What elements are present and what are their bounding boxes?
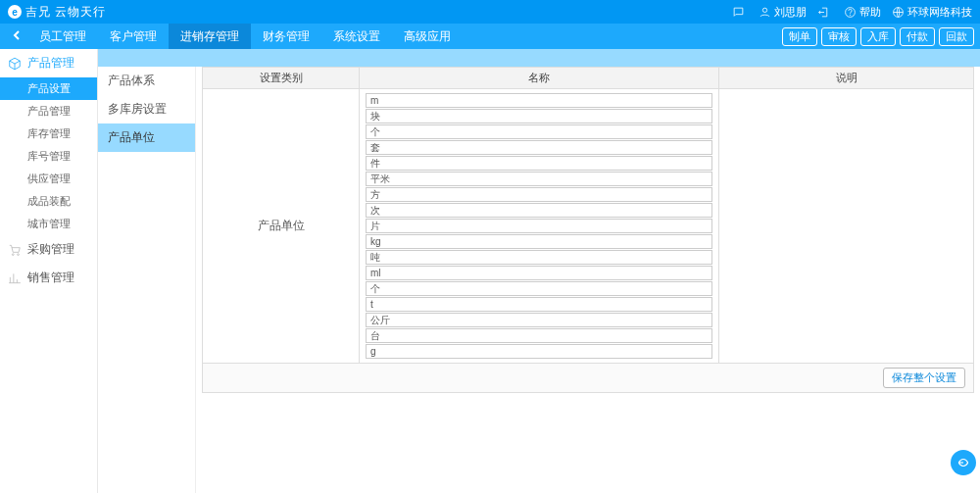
- settings-table: 设置类别 名称 说明 产品单位: [202, 67, 974, 364]
- app-header: e 吉兄 云物天行 刘思朋 帮助 环球网络科技: [0, 0, 980, 24]
- col-header-name: 名称: [360, 68, 719, 89]
- col-header-desc: 说明: [719, 68, 974, 89]
- unit-input-10[interactable]: [366, 250, 712, 265]
- subside-item-2[interactable]: 产品单位: [98, 123, 195, 152]
- company-label: 环球网络科技: [907, 5, 972, 20]
- sidebar-sub-0-0[interactable]: 产品设置: [0, 77, 97, 100]
- unit-input-9[interactable]: [366, 234, 712, 249]
- nav-pill-4[interactable]: 回款: [939, 27, 974, 46]
- unit-input-0[interactable]: [366, 93, 712, 108]
- main-nav: 员工管理客户管理进销存管理财务管理系统设置高级应用 制单审核入库付款回款: [0, 24, 980, 49]
- subside-item-0[interactable]: 产品体系: [98, 67, 195, 95]
- nav-pill-1[interactable]: 审核: [821, 27, 857, 46]
- unit-input-5[interactable]: [366, 172, 712, 186]
- unit-input-1[interactable]: [366, 109, 712, 123]
- nav-back-button[interactable]: [6, 29, 27, 43]
- user-menu[interactable]: 刘思朋: [758, 5, 807, 20]
- subside-item-1[interactable]: 多库房设置: [98, 95, 195, 123]
- nav-tab-3[interactable]: 财务管理: [251, 24, 321, 49]
- sidebar-sub-0-2[interactable]: 库存管理: [0, 123, 97, 145]
- help-label: 帮助: [859, 5, 881, 20]
- sidebar-group-label: 产品管理: [27, 55, 74, 72]
- svg-point-0: [762, 8, 766, 12]
- help-icon: [843, 5, 857, 19]
- float-action-button[interactable]: [951, 450, 976, 475]
- main-panel: 设置类别 名称 说明 产品单位 保存整个设置: [196, 67, 980, 493]
- col-header-category: 设置类别: [203, 68, 360, 89]
- unit-input-2[interactable]: [366, 124, 712, 139]
- nav-tab-4[interactable]: 系统设置: [321, 24, 392, 49]
- unit-input-3[interactable]: [366, 140, 712, 155]
- sidebar-group-0[interactable]: 产品管理: [0, 49, 97, 77]
- content-area: 产品体系多库房设置产品单位 设置类别 名称 说明 产品单位: [98, 49, 980, 493]
- nav-pill-3[interactable]: 付款: [900, 27, 935, 46]
- sidebar-sub-0-6[interactable]: 城市管理: [0, 213, 97, 235]
- content-accent-bar: [98, 49, 980, 67]
- app-logo-icon: e: [8, 5, 22, 19]
- cube-icon: [8, 57, 22, 71]
- unit-input-12[interactable]: [366, 281, 712, 296]
- logout-icon: [816, 5, 830, 19]
- cart-icon: [8, 243, 22, 257]
- unit-input-14[interactable]: [366, 313, 712, 327]
- sidebar-group-label: 销售管理: [27, 270, 74, 286]
- nav-tab-2[interactable]: 进销存管理: [169, 24, 251, 49]
- unit-input-15[interactable]: [366, 328, 712, 343]
- help-button[interactable]: 帮助: [843, 5, 881, 20]
- sidebar-sub-0-1[interactable]: 产品管理: [0, 100, 97, 123]
- svg-point-5: [18, 253, 20, 255]
- units-cell: [360, 89, 719, 364]
- sidebar-sub-0-3[interactable]: 库号管理: [0, 145, 97, 168]
- sidebar-group-1[interactable]: 采购管理: [0, 235, 97, 264]
- sidebar-group-2[interactable]: 销售管理: [0, 264, 97, 292]
- nav-tab-0[interactable]: 员工管理: [27, 24, 98, 49]
- unit-input-13[interactable]: [366, 297, 712, 312]
- sidebar-sub-0-4[interactable]: 供应管理: [0, 168, 97, 190]
- save-all-button[interactable]: 保存整个设置: [883, 368, 965, 388]
- sub-sidebar: 产品体系多库房设置产品单位: [98, 67, 196, 493]
- nav-tab-1[interactable]: 客户管理: [98, 24, 169, 49]
- table-footer: 保存整个设置: [202, 364, 974, 393]
- chart-icon: [8, 271, 22, 285]
- unit-input-11[interactable]: [366, 266, 712, 280]
- globe-icon: [891, 5, 905, 19]
- unit-input-8[interactable]: [366, 219, 712, 233]
- sidebar-group-label: 采购管理: [27, 241, 74, 258]
- nav-tab-5[interactable]: 高级应用: [392, 24, 463, 49]
- chat-icon[interactable]: [731, 5, 748, 19]
- unit-input-16[interactable]: [366, 344, 712, 359]
- unit-input-6[interactable]: [366, 187, 712, 202]
- app-brand: 吉兄 云物天行: [25, 4, 106, 21]
- sidebar-sub-0-5[interactable]: 成品装配: [0, 190, 97, 213]
- logout-button[interactable]: [816, 5, 833, 19]
- left-sidebar: 产品管理产品设置产品管理库存管理库号管理供应管理成品装配城市管理采购管理销售管理: [0, 49, 98, 493]
- desc-cell: [719, 89, 974, 364]
- row-label-cell: 产品单位: [203, 89, 360, 364]
- company-button[interactable]: 环球网络科技: [891, 5, 972, 20]
- user-name: 刘思朋: [774, 5, 807, 20]
- nav-pill-0[interactable]: 制单: [782, 27, 817, 46]
- unit-input-4[interactable]: [366, 156, 712, 171]
- unit-input-7[interactable]: [366, 203, 712, 218]
- user-icon: [758, 5, 771, 19]
- nav-pill-2[interactable]: 入库: [860, 27, 896, 46]
- svg-point-4: [12, 253, 14, 255]
- svg-point-2: [850, 14, 851, 15]
